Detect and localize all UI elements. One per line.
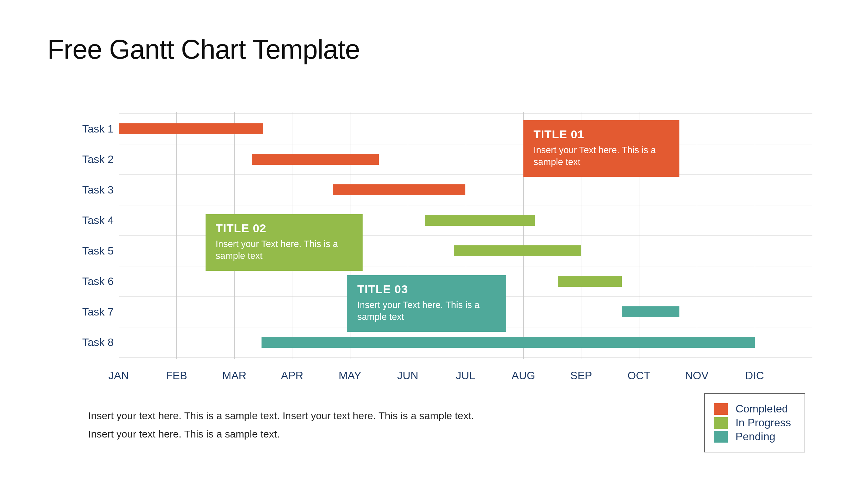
callout-body: Insert your Text here. This is a sample …	[534, 144, 669, 168]
description-text: Insert your text here. This is a sample …	[88, 407, 474, 443]
gantt-bar	[454, 245, 581, 256]
gantt-bar	[622, 306, 679, 317]
page-title: Free Gantt Chart Template	[47, 34, 360, 65]
legend-item: In Progress	[714, 416, 791, 429]
task-label: Task 7	[75, 306, 114, 318]
gridline-horizontal	[119, 114, 812, 114]
month-label: AUG	[512, 369, 535, 382]
legend-label: In Progress	[735, 416, 791, 429]
callout-title: TITLE 01	[534, 128, 669, 141]
month-label: MAY	[339, 369, 361, 382]
task-label: Task 8	[75, 336, 114, 349]
legend: CompletedIn ProgressPending	[704, 393, 805, 452]
callout-box: TITLE 02Insert your Text here. This is a…	[206, 214, 363, 271]
gantt-bar	[119, 123, 263, 134]
task-label: Task 2	[75, 153, 114, 166]
month-label: MAR	[222, 369, 246, 382]
month-label: NOV	[685, 369, 708, 382]
legend-swatch	[714, 431, 728, 443]
gantt-bar	[425, 215, 535, 226]
task-label: Task 5	[75, 245, 114, 257]
month-label: FEB	[166, 369, 187, 382]
gridline-horizontal	[119, 358, 812, 358]
legend-swatch	[714, 403, 728, 415]
legend-item: Pending	[714, 430, 791, 443]
month-label: OCT	[628, 369, 651, 382]
month-label: APR	[281, 369, 303, 382]
gantt-bar	[252, 154, 379, 165]
legend-label: Completed	[735, 403, 788, 415]
task-label: Task 4	[75, 214, 114, 227]
gantt-bar	[262, 337, 755, 348]
callout-body: Insert your Text here. This is a sample …	[357, 299, 496, 323]
month-label: JUL	[456, 369, 475, 382]
month-label: SEP	[570, 369, 592, 382]
month-label: JUN	[397, 369, 418, 382]
gantt-bar	[333, 184, 466, 195]
gridline-horizontal	[119, 144, 812, 144]
plot-region: TITLE 01Insert your Text here. This is a…	[119, 112, 812, 359]
gantt-chart: TITLE 01Insert your Text here. This is a…	[75, 112, 812, 359]
month-label: DIC	[745, 369, 764, 382]
slide: Free Gantt Chart Template TITLE 01Insert…	[0, 0, 868, 488]
legend-item: Completed	[714, 403, 791, 415]
callout-title: TITLE 03	[357, 283, 496, 296]
gantt-bar	[558, 276, 621, 287]
task-label: Task 3	[75, 184, 114, 196]
task-label: Task 1	[75, 123, 114, 135]
callout-box: TITLE 03Insert your Text here. This is a…	[347, 275, 506, 332]
callout-title: TITLE 02	[216, 222, 353, 235]
month-label: JAN	[109, 369, 129, 382]
gridline-horizontal	[119, 205, 812, 205]
callout-body: Insert your Text here. This is a sample …	[216, 238, 353, 262]
legend-label: Pending	[735, 430, 775, 443]
gridline-horizontal	[119, 175, 812, 175]
task-label: Task 6	[75, 275, 114, 288]
legend-swatch	[714, 417, 728, 429]
callout-box: TITLE 01Insert your Text here. This is a…	[523, 120, 679, 177]
description-line-1: Insert your text here. This is a sample …	[88, 407, 474, 425]
description-line-2: Insert your text here. This is a sample …	[88, 425, 474, 443]
